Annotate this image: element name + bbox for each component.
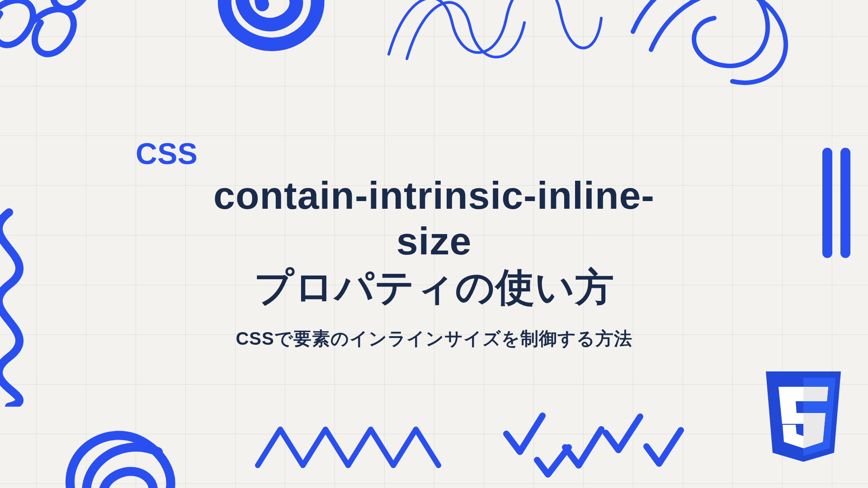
title-line-1: contain-intrinsic-inline-	[213, 174, 655, 217]
title-line-2: size	[396, 220, 472, 263]
page-title: contain-intrinsic-inline- size プロパティの使い方	[118, 173, 750, 310]
page-subtitle: CSSで要素のインラインサイズを制御する方法	[118, 327, 750, 352]
content-block: CSS contain-intrinsic-inline- size プロパティ…	[118, 136, 750, 351]
title-line-3: プロパティの使い方	[254, 265, 614, 309]
kicker-label: CSS	[136, 136, 750, 171]
css3-logo-icon	[760, 371, 846, 468]
